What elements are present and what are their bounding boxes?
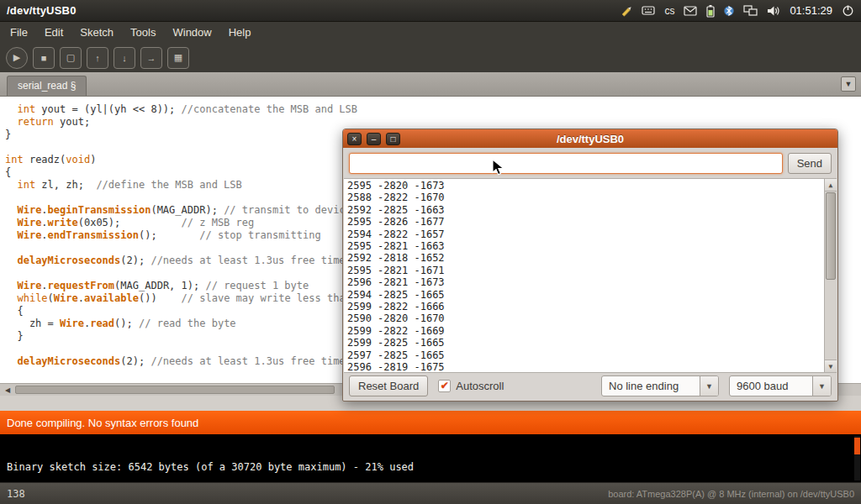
dialog-titlebar[interactable]: × – □ /dev/ttyUSB0 [343,129,837,148]
send-row: Send [343,148,837,178]
panel-window-title: /dev/ttyUSB0 [7,4,77,17]
menu-window[interactable]: Window [164,23,219,42]
serial-line: 2595 -2821 -1663 [347,240,820,252]
stop-button[interactable]: ■ [33,47,55,69]
upload-button[interactable]: → [140,47,162,69]
serial-line: 2592 -2818 -1652 [347,252,820,264]
network-icon[interactable] [743,5,758,17]
status-bar: Done compiling. No syntax errors found [0,411,861,434]
code-line: return yout; [5,116,861,129]
console-text: Binary sketch size: 6542 bytes (of a 307… [7,461,414,473]
status-message: Done compiling. No syntax errors found [7,417,198,429]
serial-line: 2588 -2822 -1670 [347,192,820,203]
serial-monitor-window: × – □ /dev/ttyUSB0 Send 2595 -2820 -1673… [342,129,838,402]
serial-line: 2594 -2825 -1665 [347,289,820,301]
maximize-button[interactable]: □ [386,133,400,145]
serial-line: 2599 -2825 -1665 [347,337,820,349]
send-button[interactable]: Send [788,153,832,174]
serial-send-input[interactable] [349,153,783,174]
serial-line: 2599 -2822 -1666 [347,301,820,312]
tab-menu-button[interactable]: ▼ [841,76,856,92]
open-icon: ↑ [95,53,100,63]
reset-board-button[interactable]: Reset Board [349,375,428,396]
scrollbar-thumb[interactable] [854,438,860,454]
bluetooth-icon[interactable] [724,4,734,18]
line-ending-value: No line ending [602,380,700,392]
scroll-down-icon[interactable]: ▼ [825,360,837,372]
stop-icon: ■ [41,53,47,63]
clock[interactable]: 01:51:29 [790,4,832,17]
serial-monitor-button[interactable]: ▦ [167,47,189,69]
code-line: int yout = (yl|(yh << 8)); //concatenate… [5,103,861,116]
menu-edit[interactable]: Edit [36,23,71,42]
line-number-indicator: 138 [7,488,25,500]
volume-icon[interactable] [767,5,780,17]
line-ending-select[interactable]: No line ending ▼ [601,375,719,396]
serial-monitor-icon: ▦ [174,52,182,63]
mail-icon[interactable] [684,6,697,16]
tab-bar: serial_read § ▼ [0,72,861,97]
chevron-down-icon[interactable]: ▼ [700,376,718,396]
scrollbar-thumb[interactable] [826,192,836,280]
baud-rate-value: 9600 baud [730,380,812,392]
chevron-down-icon[interactable]: ▼ [812,376,831,396]
serial-line: 2595 -2826 -1677 [347,216,820,228]
serial-line: 2597 -2825 -1665 [347,349,820,361]
menubar: FileEditSketchToolsWindowHelp [0,22,861,43]
new-sketch-button[interactable]: ▢ [60,47,82,69]
upload-icon: → [147,53,156,63]
serial-line: 2596 -2821 -1673 [347,276,820,288]
session-menu-icon[interactable] [842,4,854,17]
top-panel: /dev/ttyUSB0 cs 01:51: [0,0,861,22]
keyboard-layout-indicator[interactable]: cs [664,5,674,17]
menu-file[interactable]: File [2,23,36,42]
menu-sketch[interactable]: Sketch [71,23,122,42]
toolbar: ▶■▢↑↓→▦ [0,43,861,72]
serial-scrollbar[interactable]: ▲ ▼ [824,179,837,372]
minimize-icon: – [372,134,377,144]
open-sketch-button[interactable]: ↑ [87,47,108,69]
desktop: /dev/ttyUSB0 cs 01:51: [0,0,861,504]
baud-rate-select[interactable]: 9600 baud ▼ [729,375,832,396]
system-tray: cs 01:51:29 [620,4,854,18]
new-file-icon: ▢ [66,52,75,63]
battery-icon[interactable] [706,4,715,18]
close-button[interactable]: × [347,133,362,145]
serial-line: 2595 -2821 -1671 [347,265,820,276]
serial-line: 2599 -2822 -1669 [347,325,820,337]
menu-help[interactable]: Help [220,23,260,42]
play-icon: ▶ [13,52,20,63]
maximize-icon: □ [390,134,395,144]
serial-line: 2595 -2820 -1673 [347,180,820,192]
serial-output: 2595 -2820 -16732588 -2822 -16702592 -28… [347,180,820,373]
scroll-up-icon[interactable]: ▲ [825,179,837,192]
close-icon: × [352,134,357,144]
scroll-left-icon[interactable]: ◀ [2,384,13,396]
serial-output-area: 2595 -2820 -16732588 -2822 -16702592 -28… [344,178,837,373]
tab-serial-read[interactable]: serial_read § [7,76,87,96]
console-output: Binary sketch size: 6542 bytes (of a 307… [0,434,861,482]
autoscroll-checkbox[interactable]: ✔ [438,380,451,392]
serial-controls-bar: Reset Board ✔ Autoscroll No line ending … [343,371,837,401]
keyboard-icon[interactable] [642,5,655,16]
verify-button[interactable]: ▶ [6,47,28,69]
serial-line: 2590 -2820 -1670 [347,312,820,324]
serial-line: 2592 -2825 -1663 [347,204,820,216]
serial-line: 2594 -2822 -1657 [347,228,820,240]
note-icon[interactable] [620,4,632,17]
board-info: board: ATmega328P(A) @ 8 MHz (internal) … [608,489,854,499]
menu-tools[interactable]: Tools [122,23,164,42]
save-sketch-button[interactable]: ↓ [114,47,135,69]
minimize-button[interactable]: – [367,133,381,145]
autoscroll-label: Autoscroll [456,380,504,392]
save-icon: ↓ [122,53,127,63]
dialog-title: /dev/ttyUSB0 [343,133,837,145]
scrollbar-thumb[interactable] [15,386,335,394]
autoscroll-control[interactable]: ✔ Autoscroll [438,380,504,392]
console-scrollbar[interactable] [854,436,860,480]
footer-bar: 138 board: ATmega328P(A) @ 8 MHz (intern… [0,482,861,504]
